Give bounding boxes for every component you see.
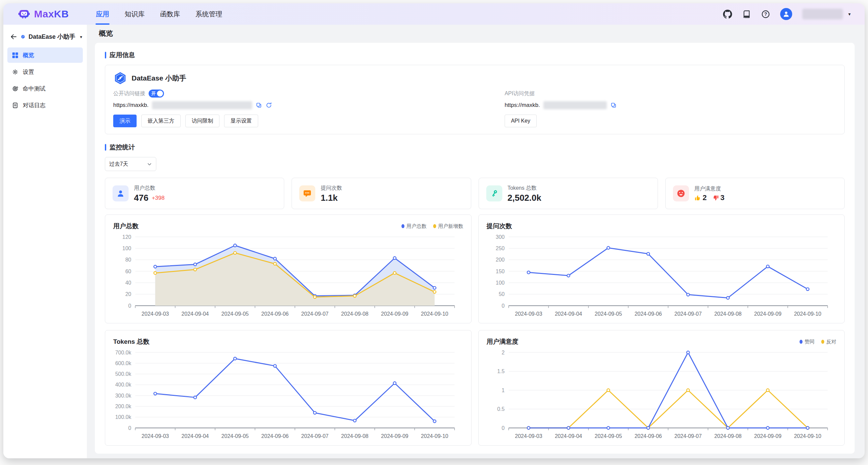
date-range-value: 过去7天 (109, 161, 128, 168)
svg-text:40: 40 (125, 280, 131, 286)
tab-knowledge[interactable]: 知识库 (117, 3, 152, 25)
svg-text:2024-09-09: 2024-09-09 (754, 433, 781, 439)
svg-text:80: 80 (125, 257, 131, 262)
api-credentials-label: API访问凭据 (505, 90, 535, 97)
sidebar-item-hit-test[interactable]: 命中测试 (7, 81, 83, 96)
thumb-up-count: 2 (703, 194, 707, 202)
tab-apps[interactable]: 应用 (88, 3, 117, 25)
stat-card-questions: 提问次数 1.1k (291, 178, 471, 209)
svg-text:2024-09-10: 2024-09-10 (794, 311, 821, 317)
line-chart: 0501001502002503002024-09-032024-09-0420… (487, 232, 836, 320)
maxkb-logo[interactable]: MaxKB (18, 8, 69, 20)
svg-text:2024-09-07: 2024-09-07 (674, 311, 702, 317)
legend-item[interactable]: 赞同 (800, 339, 814, 345)
svg-text:120: 120 (122, 234, 131, 240)
key-icon (486, 185, 502, 202)
help-icon[interactable]: ? (761, 10, 770, 19)
sidebar: DataEase 小助手 ▾ 概览 设置 (3, 25, 87, 458)
svg-text:2024-09-10: 2024-09-10 (421, 311, 448, 317)
back-arrow-icon[interactable] (10, 33, 18, 40)
api-key-button[interactable]: API Key (505, 115, 537, 127)
date-range-select[interactable]: 过去7天 (105, 157, 156, 171)
section-monitor: 监控统计 (105, 143, 845, 152)
chart-legend[interactable]: 用户总数用户新增数 (401, 223, 463, 229)
nav-tabs: 应用 知识库 函数库 系统管理 (88, 3, 230, 25)
legend-item[interactable]: 反对 (821, 339, 836, 345)
svg-text:20: 20 (125, 291, 131, 297)
svg-text:1.5: 1.5 (497, 368, 505, 374)
chart-title: Tokens 总数 (113, 337, 149, 346)
sidebar-item-label: 命中测试 (23, 85, 45, 93)
legend-item[interactable]: 用户新增数 (433, 223, 463, 229)
app-switcher-caret-icon[interactable]: ▾ (80, 34, 82, 39)
stat-value: 476 (134, 193, 148, 202)
legend-dot (821, 340, 824, 344)
grid-icon (12, 52, 19, 58)
svg-text:2024-09-04: 2024-09-04 (181, 433, 209, 439)
access-restriction-button[interactable]: 访问限制 (185, 115, 219, 127)
chevron-down-icon (147, 162, 152, 167)
stat-label: 提问次数 (321, 185, 342, 192)
github-icon[interactable] (723, 10, 732, 19)
svg-text:2024-09-09: 2024-09-09 (381, 433, 408, 439)
sidebar-item-settings[interactable]: 设置 (7, 64, 83, 80)
gear-icon (12, 69, 19, 75)
stat-label: 用户满意度 (694, 185, 725, 192)
stat-card-tokens: Tokens 总数 2,502.0k (478, 178, 658, 209)
svg-text:2024-09-04: 2024-09-04 (555, 311, 582, 317)
line-chart: 00.511.522024-09-032024-09-042024-09-052… (487, 348, 836, 442)
current-app-name: DataEase 小助手 (28, 33, 75, 41)
app-info-card: DataEase 小助手 公开访问链接 开 (105, 65, 845, 134)
copy-icon[interactable] (610, 102, 617, 108)
svg-text:150: 150 (496, 269, 505, 274)
stat-value: 1.1k (321, 193, 338, 202)
chart-legend[interactable]: 赞同反对 (800, 339, 836, 345)
svg-text:2024-09-07: 2024-09-07 (301, 433, 329, 439)
chart-questions: 提问次数 0501001502002503002024-09-032024-09… (478, 214, 845, 323)
stat-card-satisfaction: 用户满意度 2 3 (665, 178, 845, 209)
svg-text:600.0k: 600.0k (115, 361, 132, 366)
display-settings-button[interactable]: 显示设置 (224, 115, 258, 127)
sidebar-item-chat-logs[interactable]: 对话日志 (7, 97, 83, 113)
stats-row: 用户总数 476 +398 (105, 178, 845, 209)
svg-text:2024-09-08: 2024-09-08 (341, 433, 368, 439)
stat-label: 用户总数 (134, 185, 165, 192)
refresh-icon[interactable] (266, 102, 272, 108)
embed-third-party-button[interactable]: 嵌入第三方 (141, 115, 181, 127)
svg-text:300.0k: 300.0k (115, 393, 132, 399)
svg-text:0: 0 (128, 303, 131, 309)
public-link-toggle[interactable]: 开 (149, 90, 164, 97)
app-hexagon-icon (113, 71, 127, 85)
sidebar-item-label: 对话日志 (23, 101, 45, 109)
thumb-up-icon (694, 194, 701, 202)
copy-icon[interactable] (255, 102, 262, 108)
top-navbar: MaxKB 应用 知识库 函数库 系统管理 (3, 3, 865, 25)
legend-item[interactable]: 用户总数 (401, 223, 427, 229)
tab-functions[interactable]: 函数库 (152, 3, 188, 25)
tab-system[interactable]: 系统管理 (188, 3, 230, 25)
svg-text:50: 50 (499, 291, 505, 297)
chart-total-users: 用户总数 用户总数用户新增数 0204060801001202024-09-03… (105, 214, 472, 323)
svg-text:2024-09-06: 2024-09-06 (634, 433, 662, 439)
main-area: 概览 应用信息 DataEase 小助手 (87, 25, 865, 458)
svg-text:200: 200 (496, 257, 505, 262)
svg-text:2024-09-04: 2024-09-04 (181, 311, 209, 317)
svg-text:2024-09-05: 2024-09-05 (221, 311, 249, 317)
svg-text:200.0k: 200.0k (115, 404, 132, 409)
avatar[interactable] (780, 8, 792, 20)
svg-text:100: 100 (122, 246, 131, 251)
svg-text:2024-09-05: 2024-09-05 (595, 311, 622, 317)
svg-text:2024-09-05: 2024-09-05 (595, 433, 622, 439)
svg-text:2024-09-06: 2024-09-06 (634, 311, 662, 317)
app-name: DataEase 小助手 (132, 73, 186, 83)
svg-text:2024-09-03: 2024-09-03 (142, 433, 169, 439)
docs-icon[interactable] (742, 10, 751, 19)
svg-text:250: 250 (496, 246, 505, 251)
svg-text:2024-09-06: 2024-09-06 (261, 311, 288, 317)
svg-text:2024-09-08: 2024-09-08 (714, 433, 742, 439)
user-menu-caret-icon[interactable]: ▾ (848, 11, 850, 17)
svg-text:100: 100 (496, 280, 505, 286)
demo-button[interactable]: 演示 (113, 115, 136, 127)
svg-text:2024-09-03: 2024-09-03 (515, 311, 542, 317)
sidebar-item-overview[interactable]: 概览 (7, 48, 83, 63)
